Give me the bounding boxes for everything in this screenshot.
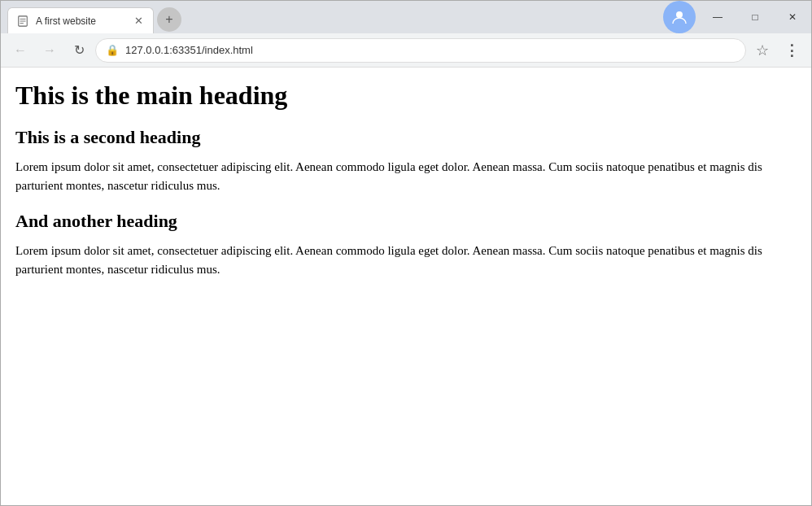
- svg-point-4: [676, 11, 683, 18]
- url-text: 127.0.0.1:63351/index.html: [125, 44, 736, 56]
- tab-area: A first website ✕ +: [1, 1, 181, 33]
- addressbar: ← → ↻ 🔒 127.0.0.1:63351/index.html ☆ ⋮: [1, 33, 811, 68]
- address-bar[interactable]: 🔒 127.0.0.1:63351/index.html: [95, 38, 746, 63]
- main-heading: This is the main heading: [15, 81, 797, 111]
- first-paragraph: Lorem ipsum dolor sit amet, consectetuer…: [15, 158, 797, 194]
- profile-button[interactable]: [663, 1, 696, 33]
- forward-button[interactable]: →: [37, 37, 63, 63]
- window-controls: — □ ✕: [663, 1, 811, 33]
- back-button[interactable]: ←: [7, 37, 33, 63]
- new-tab-icon: +: [165, 12, 172, 27]
- browser-window: A first website ✕ + — □ ✕: [0, 0, 812, 506]
- menu-button[interactable]: ⋮: [779, 37, 805, 63]
- restore-button[interactable]: □: [736, 1, 774, 33]
- active-tab[interactable]: A first website ✕: [7, 7, 154, 33]
- second-paragraph: Lorem ipsum dolor sit amet, consectetuer…: [15, 242, 797, 278]
- reload-button[interactable]: ↻: [66, 37, 92, 63]
- page-content: This is the main heading This is a secon…: [1, 68, 811, 505]
- second-heading: This is a second heading: [15, 127, 797, 148]
- tab-title: A first website: [36, 15, 125, 27]
- minimize-button[interactable]: —: [699, 1, 736, 33]
- lock-icon: 🔒: [106, 44, 119, 56]
- close-button[interactable]: ✕: [774, 1, 811, 33]
- bookmark-button[interactable]: ☆: [749, 37, 775, 63]
- new-tab-button[interactable]: +: [157, 7, 181, 32]
- third-heading: And another heading: [15, 211, 797, 232]
- titlebar: A first website ✕ + — □ ✕: [1, 1, 811, 33]
- tab-page-icon: [16, 15, 29, 28]
- tab-close-button[interactable]: ✕: [132, 15, 145, 28]
